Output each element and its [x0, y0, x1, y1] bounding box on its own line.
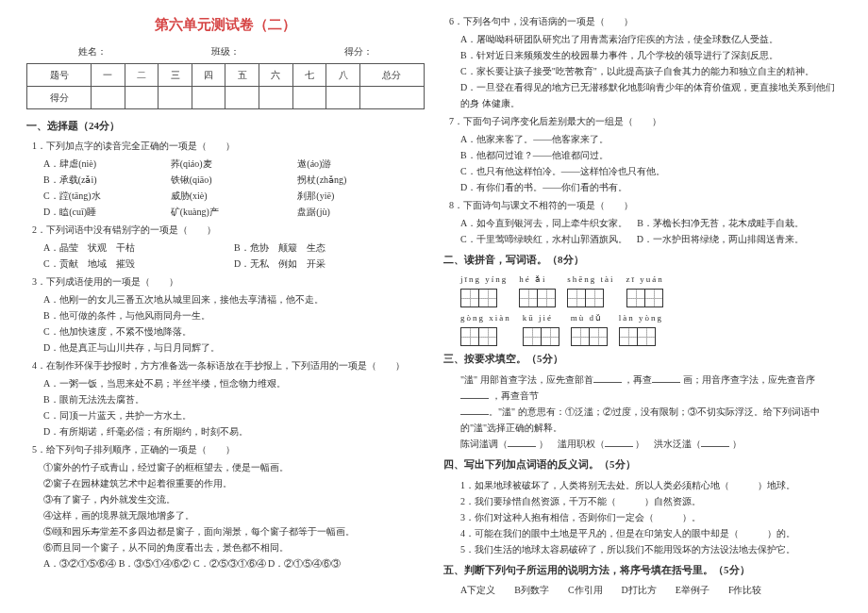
td[interactable]	[292, 86, 326, 108]
q7-a: A．他家来客了。——他客家来了。	[460, 131, 842, 147]
q4-d: D．有所期诺，纤毫必偿；有所期约，时刻不易。	[43, 423, 425, 439]
q6-c: C．家长要让孩子接受"吃苦教育"，以此提高孩子自食其力的能力和独立自主的精神。	[460, 63, 842, 79]
exam-title: 第六单元测试卷（二）	[26, 13, 425, 38]
pinyin-label: hé ǎi	[519, 273, 546, 287]
th: 总分	[359, 63, 424, 86]
q4-a: A．一粥一饭，当思来处不易；半丝半缕，恒念物力维艰。	[43, 375, 425, 391]
section-1-heading: 一、选择题（24分）	[26, 117, 425, 135]
q7-c: C．也只有他这样怕冷。——这样怕冷也只有他。	[460, 163, 842, 179]
section-2-heading: 二、读拼音，写词语。（8分）	[443, 251, 842, 269]
s3-line3: 陈词滥调（ ） 滥用职权（ ） 洪水泛滥（ ）	[460, 436, 842, 452]
th: 二	[125, 63, 159, 86]
td[interactable]	[125, 86, 159, 108]
section-4-heading: 四、写出下列加点词语的反义词。（5分）	[443, 456, 842, 473]
th: 七	[292, 63, 326, 86]
right-column: 6．下列各句中，没有语病的一项是（ ） A．屠呦呦科研团队研究出了用青蒿素治疗疟…	[434, 11, 851, 602]
blank[interactable]	[593, 373, 622, 383]
pinyin-label: zī yuán	[626, 273, 664, 287]
q5-3: ③有了窗子，内外就发生交流。	[43, 491, 425, 507]
s4-2: 2．我们要珍惜自然资源，千万不能（ ）自然资源。	[460, 493, 842, 509]
q8-stem: 8．下面诗句与课文不相符的一项是（ ）	[449, 197, 842, 213]
pinyin-label: kū jié	[523, 311, 553, 325]
q7-d: D．有你们看的书。——你们看的书有。	[460, 179, 842, 195]
tianzige[interactable]	[619, 327, 656, 346]
table-row: 题号 一 二 三 四 五 六 七 八 总分	[27, 63, 425, 86]
q8-cd: C．千里莺啼绿映红，水村山郭酒旗风。 D．一水护田将绿绕，两山排闼送青来。	[460, 231, 842, 247]
q4-c: C．同顶一片蓝天，共护一方水土。	[43, 407, 425, 423]
tianzige[interactable]	[567, 289, 604, 307]
section-3-heading: 三、按要求填空。（5分）	[443, 350, 842, 368]
pinyin-row-1: jīng yínghé ǎishēng tàizī yuán	[460, 273, 842, 307]
s4-3: 3．你们对这种人抱有相信，否则你们一定会（ ）。	[460, 509, 842, 525]
s4-5: 5．我们生活的地球太容易破碎了，所以我们不能用毁坏的方法设法地去保护它。	[460, 541, 842, 557]
td[interactable]	[225, 86, 259, 108]
td[interactable]	[326, 86, 360, 108]
tianzige[interactable]	[523, 327, 559, 346]
s5-opts: A下定义 B列数字 C作引用 D打比方 E举例子 F作比较	[460, 582, 842, 598]
table-row: 得分	[27, 86, 425, 108]
q3-d: D．他是真正与山川共存，与日月同辉了。	[43, 340, 425, 356]
score-table: 题号 一 二 三 四 五 六 七 八 总分 得分	[26, 63, 425, 109]
th: 一	[92, 63, 125, 86]
td[interactable]	[359, 86, 424, 108]
q7-stem: 7．下面句子词序变化后差别最大的一组是（ ）	[449, 113, 842, 129]
th: 八	[326, 63, 360, 86]
q2-r1: A．晶莹 状观 干枯B．危协 颠簸 生态	[43, 240, 425, 256]
th: 题号	[27, 63, 92, 86]
pinyin-label: mù dǔ	[571, 311, 603, 325]
blank[interactable]	[508, 437, 536, 447]
th: 五	[225, 63, 259, 86]
q4-stem: 4．在制作环保手抄报时，方方准备选一条标语放在手抄报上，下列适用的一项是（ ）	[32, 357, 425, 373]
q6-a: A．屠呦呦科研团队研究出了用青蒿素治疗疟疾的方法，使全球数亿人受益。	[460, 31, 842, 47]
s4-1: 1．如果地球被破坏了，人类将别无去处。所以人类必须精心地（ ）地球。	[460, 477, 842, 493]
td[interactable]	[259, 86, 293, 108]
pinyin-label: gòng xiàn	[460, 311, 511, 325]
th: 六	[259, 63, 293, 86]
blank[interactable]	[460, 405, 489, 415]
q3-stem: 3．下列成语使用的一项是（ ）	[32, 273, 425, 290]
tianzige[interactable]	[519, 289, 556, 307]
q2-r2: C．贡献 地域 摧毁D．无私 例如 开采	[43, 256, 425, 272]
q3-a: A．他刚一的女儿三番五次地从城里回来，接他去享清福，他不走。	[43, 291, 425, 307]
td: 得分	[27, 86, 92, 108]
q6-b: B．针对近日来频频发生的校园暴力事件，几个学校的领导进行了深刻反思。	[460, 47, 842, 63]
td[interactable]	[92, 86, 125, 108]
q5-stem: 5．给下列句子排列顺序，正确的一项是（ ）	[32, 441, 425, 457]
th: 四	[192, 63, 225, 86]
blank[interactable]	[652, 373, 680, 383]
tianzige[interactable]	[571, 327, 608, 346]
tianzige[interactable]	[460, 327, 497, 346]
q5-1: ①窗外的竹子或青山，经过窗子的框框望去，便是一幅画。	[43, 459, 425, 475]
meta-row: 姓名： 班级： 得分：	[26, 43, 425, 59]
th: 三	[159, 63, 192, 86]
q3-b: B．他可做的条件，与他风雨同舟一生。	[43, 307, 425, 323]
q1-b: B．承载(zǎi)铁锹(qiāo)拐杖(zhǎng)	[43, 172, 425, 188]
blank[interactable]	[460, 389, 489, 399]
score-label: 得分：	[344, 43, 373, 59]
s4-4: 4．可能在我们的眼中土地是平凡的，但是在印第安人的眼中却是（ ）的。	[460, 525, 842, 541]
left-column: 第六单元测试卷（二） 姓名： 班级： 得分： 题号 一 二 三 四 五 六 七 …	[17, 11, 434, 602]
q1-d: D．瞌(cuī)睡矿(kuàng)产盘踞(jù)	[43, 204, 425, 220]
q5-opts: A．③②①⑤⑥④ B．③⑤①④⑥② C．②⑤③①⑥④ D．②①⑤④⑥③	[43, 555, 425, 572]
td[interactable]	[192, 86, 225, 108]
q5-2: ②窗子在园林建筑艺术中起着很重要的作用。	[43, 475, 425, 491]
q3-c: C．他加快速度，不紧不慢地降落。	[43, 323, 425, 340]
s3-line1: "滥" 用部首查字法，应先查部首 ，再查 画；用音序查字法，应先查音序 ，再查音…	[460, 372, 842, 404]
q7-b: B．他都问过谁？——他谁都问过。	[460, 147, 842, 163]
td[interactable]	[159, 86, 192, 108]
q4-b: B．眼前无法洗去腐苔。	[43, 391, 425, 407]
pinyin-row-2: gòng xiànkū jiémù dǔlàn yòng	[460, 311, 842, 346]
pinyin-label: shēng tài	[567, 273, 614, 287]
tianzige[interactable]	[626, 289, 663, 307]
q5-5: ⑤颐和园乐寿堂差不多四边都是窗子，面向湖景，每个窗子都等于一幅画。	[43, 523, 425, 539]
q6-stem: 6．下列各句中，没有语病的一项是（ ）	[449, 13, 842, 29]
class-label: 班级：	[211, 43, 240, 59]
name-label: 姓名：	[78, 43, 107, 59]
pinyin-label: jīng yíng	[460, 273, 508, 287]
s3-line2: 。"滥" 的意思有：①泛滥；②过度，没有限制；③不切实际浮泛。给下列词语中 的"…	[460, 404, 842, 436]
q8-ab: A．如今直到银河去，同上牵牛织女家。 B．茅檐长扫净无苔，花木成畦手自栽。	[460, 215, 842, 231]
tianzige[interactable]	[460, 289, 497, 307]
blank[interactable]	[605, 437, 633, 447]
blank[interactable]	[701, 437, 729, 447]
q1-stem: 1．下列加点字的读音完全正确的一项是（ ）	[32, 138, 425, 154]
